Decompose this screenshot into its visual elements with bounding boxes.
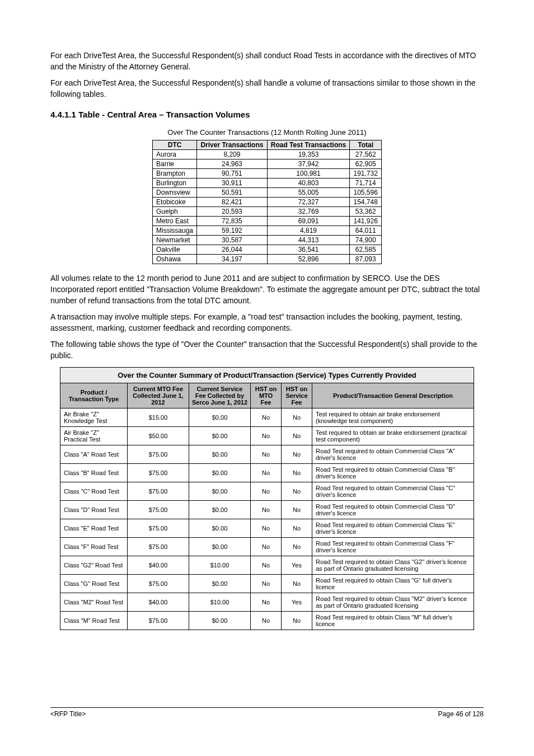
table-cell: $0.00 — [189, 574, 251, 593]
table-cell: No — [251, 482, 282, 500]
table-cell: No — [282, 408, 312, 426]
table-cell: 72,835 — [197, 217, 267, 226]
table-row: Oshawa34,19752,89687,093 — [153, 255, 382, 264]
table-cell: Class "A" Road Test — [60, 445, 128, 463]
table-row: Class "A" Road Test$75.00$0.00NoNoRoad T… — [60, 445, 474, 463]
table-cell: 105,596 — [350, 188, 382, 198]
table-cell: $75.00 — [128, 574, 189, 593]
table-cell: 8,209 — [197, 150, 267, 159]
table2-th-3: HST on MTO Fee — [251, 383, 282, 408]
intro-paragraph-2: For each DriveTest Area, the Successful … — [50, 78, 484, 100]
table-row: Oakville26,04436,54162,585 — [153, 245, 382, 255]
table-cell: No — [251, 426, 282, 445]
table-row: Mississauga59,1924,81964,011 — [153, 226, 382, 236]
table-row: Class "F" Road Test$75.00$0.00NoNoRoad T… — [60, 537, 474, 556]
table-cell: $50.00 — [128, 426, 189, 445]
table-cell: Metro East — [153, 217, 197, 226]
table-cell: Barrie — [153, 159, 197, 169]
intro-paragraph-1: For each DriveTest Area, the Successful … — [50, 50, 484, 72]
table2-th-5: Product/Transaction General Description — [312, 383, 474, 408]
table1-th-0: DTC — [153, 140, 197, 150]
table-cell: Class "G2" Road Test — [60, 556, 128, 574]
table-cell: 20,593 — [197, 207, 267, 217]
table-cell: Downsview — [153, 188, 197, 198]
table-row: Downsview50,59155,005105,596 — [153, 188, 382, 198]
table-cell: $0.00 — [189, 426, 251, 445]
table-cell: Class "D" Road Test — [60, 500, 128, 519]
table-cell: 27,562 — [350, 150, 382, 159]
table-cell: No — [251, 574, 282, 593]
table-row: Newmarket30,58744,31374,900 — [153, 236, 382, 245]
table-cell: Road Test required to obtain Class "M" f… — [312, 611, 474, 630]
table1-th-3: Total — [350, 140, 382, 150]
table-cell: $10.00 — [189, 593, 251, 611]
table-cell: Yes — [282, 593, 312, 611]
table-cell: Road Test required to obtain Class "G" f… — [312, 574, 474, 593]
table-cell: Road Test required to obtain Commercial … — [312, 482, 474, 500]
table-cell: $75.00 — [128, 537, 189, 556]
table-cell: No — [251, 408, 282, 426]
table-cell: $75.00 — [128, 463, 189, 482]
table-cell: 50,591 — [197, 188, 267, 198]
table-cell: No — [251, 537, 282, 556]
table-cell: No — [282, 445, 312, 463]
table-cell: Road Test required to obtain Commercial … — [312, 537, 474, 556]
table-row: Class "D" Road Test$75.00$0.00NoNoRoad T… — [60, 500, 474, 519]
table1-caption: Over The Counter Transactions (12 Month … — [50, 128, 484, 137]
table-cell: No — [282, 482, 312, 500]
table-cell: $0.00 — [189, 611, 251, 630]
table-cell: Oakville — [153, 245, 197, 255]
table-cell: Road Test required to obtain Commercial … — [312, 500, 474, 519]
table-cell: 100,981 — [267, 169, 350, 179]
table-cell: 90,751 — [197, 169, 267, 179]
footer-left: <RFP Title> — [50, 710, 86, 718]
table-cell: No — [282, 519, 312, 537]
table-row: Aurora8,20919,35327,562 — [153, 150, 382, 159]
table-cell: Class "B" Road Test — [60, 463, 128, 482]
table-cell: 72,327 — [267, 198, 350, 207]
table-row: Class "G" Road Test$75.00$0.00NoNoRoad T… — [60, 574, 474, 593]
table-row: Etobicoke82,42172,327154,748 — [153, 198, 382, 207]
table-cell: $40.00 — [128, 593, 189, 611]
table-cell: No — [282, 426, 312, 445]
table-cell: 44,313 — [267, 236, 350, 245]
table-row: Burlington30,91140,80371,714 — [153, 179, 382, 188]
table-cell: 154,748 — [350, 198, 382, 207]
paragraph-1b: A transaction may involve multiple steps… — [50, 312, 484, 334]
table-cell: Brampton — [153, 169, 197, 179]
table-cell: Road Test required to obtain Commercial … — [312, 445, 474, 463]
table-cell: $75.00 — [128, 445, 189, 463]
table-cell: $75.00 — [128, 611, 189, 630]
table-row: Air Brake "Z" Practical Test$50.00$0.00N… — [60, 426, 474, 445]
table-cell: Test required to obtain air brake endors… — [312, 426, 474, 445]
table-row: Class "M" Road Test$75.00$0.00NoNoRoad T… — [60, 611, 474, 630]
table-cell: 69,091 — [267, 217, 350, 226]
table-cell: Aurora — [153, 150, 197, 159]
table-row: Class "G2" Road Test$40.00$10.00NoYesRoa… — [60, 556, 474, 574]
table-cell: Road Test required to obtain Commercial … — [312, 519, 474, 537]
table-cell: 82,421 — [197, 198, 267, 207]
table-cell: 4,819 — [267, 226, 350, 236]
table-cell: Air Brake "Z" Practical Test — [60, 426, 128, 445]
table-row: Brampton90,751100,981191,732 — [153, 169, 382, 179]
table-cell: 71,714 — [350, 179, 382, 188]
table-cell: 19,353 — [267, 150, 350, 159]
paragraph-1a: All volumes relate to the 12 month perio… — [50, 273, 484, 306]
table-cell: No — [282, 463, 312, 482]
table-cell: $0.00 — [189, 482, 251, 500]
table-cell: $15.00 — [128, 408, 189, 426]
table-cell: 74,900 — [350, 236, 382, 245]
table-cell: $75.00 — [128, 500, 189, 519]
table-cell: 52,896 — [267, 255, 350, 264]
table-cell: $0.00 — [189, 463, 251, 482]
footer-right: Page 46 of 128 — [438, 710, 484, 718]
table-cell: No — [282, 500, 312, 519]
table-cell: 34,197 — [197, 255, 267, 264]
table-cell: No — [251, 519, 282, 537]
table-cell: No — [251, 445, 282, 463]
table-cell: No — [282, 611, 312, 630]
table-row: Class "E" Road Test$75.00$0.00NoNoRoad T… — [60, 519, 474, 537]
paragraph-2a: The following table shows the type of "O… — [50, 339, 484, 361]
table-cell: 40,803 — [267, 179, 350, 188]
table2-title: Over the Counter Summary of Product/Tran… — [60, 367, 474, 383]
